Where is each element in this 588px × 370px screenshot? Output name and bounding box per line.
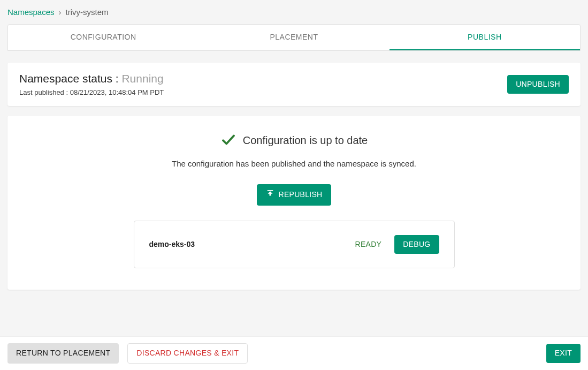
breadcrumb-separator: › [59,7,62,17]
cluster-status: READY [355,240,381,248]
last-published-value: 08/21/2023, 10:48:04 PM PDT [70,88,164,96]
cluster-row: demo-eks-03 READY DEBUG [134,221,455,269]
footer-bar: RETURN TO PLACEMENT DISCARD CHANGES & EX… [0,336,588,370]
config-status-heading: Configuration is up to date [18,132,570,149]
config-status-title: Configuration is up to date [243,134,368,147]
tab-publish[interactable]: PUBLISH [390,25,580,50]
cluster-name: demo-eks-03 [149,240,195,248]
unpublish-button[interactable]: UNPUBLISH [507,75,569,94]
breadcrumb-current: trivy-system [66,7,109,17]
republish-label: REPUBLISH [278,190,322,200]
discard-exit-button[interactable]: DISCARD CHANGES & EXIT [127,343,248,364]
breadcrumb-root-link[interactable]: Namespaces [7,7,55,17]
tab-configuration[interactable]: CONFIGURATION [8,25,198,50]
last-published: Last published : 08/21/2023, 10:48:04 PM… [19,88,164,96]
republish-button[interactable]: REPUBLISH [257,184,331,206]
namespace-status-value: Running [121,72,163,85]
exit-button[interactable]: EXIT [546,344,581,363]
namespace-status-prefix: Namespace status : [19,72,121,85]
config-status-subtitle: The configuration has been published and… [18,159,570,168]
config-card: Configuration is up to date The configur… [7,116,581,290]
return-to-placement-button[interactable]: RETURN TO PLACEMENT [7,343,119,364]
tab-placement[interactable]: PLACEMENT [198,25,389,50]
checkmark-icon [220,132,236,149]
namespace-status-title: Namespace status : Running [19,72,164,85]
breadcrumb: Namespaces › trivy-system [7,7,581,17]
last-published-label: Last published : [19,88,70,96]
debug-button[interactable]: DEBUG [394,235,439,254]
tabs: CONFIGURATION PLACEMENT PUBLISH [7,24,581,51]
publish-icon [265,188,275,201]
status-info: Namespace status : Running Last publishe… [19,72,164,96]
status-card: Namespace status : Running Last publishe… [7,63,581,106]
